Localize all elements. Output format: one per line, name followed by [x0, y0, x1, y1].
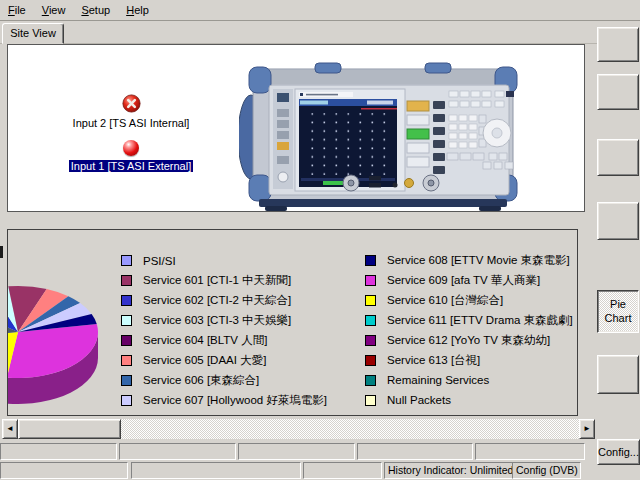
config-status-cell: Config (DVB) — [512, 462, 581, 479]
status-cell — [0, 462, 128, 479]
history-indicator-cell: History Indicator: Unlimited — [384, 462, 513, 479]
tab-site-view[interactable]: Site View — [2, 23, 64, 44]
legend-color-swatch — [365, 375, 376, 386]
site-view-panel: Input 2 [TS ASI Internal] Input 1 [TS AS… — [7, 44, 585, 212]
pie-chart-panel: PSI/SIService 601 [CTI-1 中天新聞]Service 60… — [7, 229, 578, 416]
config-button[interactable]: Config... — [597, 439, 640, 465]
pie-chart-button[interactable]: Pie Chart — [597, 290, 639, 333]
menu-item-file[interactable]: File — [8, 4, 26, 16]
status-cell — [119, 443, 236, 460]
scroll-left-button[interactable]: ◄ — [2, 419, 18, 439]
menu-bar: FileViewSetupHelp — [0, 0, 640, 21]
legend-label: Service 605 [DAAI 大愛] — [143, 353, 266, 368]
legend-label: Service 602 [CTI-2 中天綜合] — [143, 293, 291, 308]
menu-item-setup[interactable]: Setup — [81, 4, 110, 16]
pie-chart — [8, 282, 118, 412]
side-button-4[interactable] — [597, 202, 639, 240]
legend-color-swatch — [365, 315, 376, 326]
application-window: FileViewSetupHelp Site View — [0, 0, 640, 480]
scroll-right-button[interactable]: ► — [579, 419, 595, 439]
legend-label: Service 613 [台視] — [387, 353, 480, 368]
legend-color-swatch — [121, 395, 132, 406]
status-cell — [475, 443, 585, 460]
instrument-image — [239, 61, 523, 211]
input-node-1[interactable]: Input 1 [TS ASI External] — [48, 140, 214, 172]
legend-color-swatch — [121, 355, 132, 366]
legend-color-swatch — [365, 295, 376, 306]
legend-color-swatch — [121, 335, 132, 346]
legend-color-swatch — [365, 395, 376, 406]
legend-label: Null Packets — [387, 394, 451, 406]
legend-color-swatch — [365, 355, 376, 366]
legend-label: Service 607 [Hollywood 好萊塢電影] — [143, 393, 327, 408]
legend-item: Service 605 [DAAI 大愛] — [121, 350, 327, 370]
status-cell — [0, 443, 117, 460]
legend-item: Null Packets — [365, 390, 573, 410]
legend-label: Service 609 [afa TV 華人商業] — [387, 273, 540, 288]
legend-color-swatch — [365, 335, 376, 346]
legend-color-swatch — [365, 275, 376, 286]
legend-item: Service 609 [afa TV 華人商業] — [365, 271, 573, 291]
clipped-edge-artifact — [0, 246, 3, 258]
legend-item: PSI/SI — [121, 251, 327, 271]
legend-color-swatch — [121, 295, 132, 306]
tab-site-view-label: Site View — [10, 27, 56, 39]
scrollbar-thumb[interactable] — [18, 419, 121, 439]
legend-label: Service 601 [CTI-1 中天新聞] — [143, 273, 291, 288]
status-cell — [131, 462, 301, 479]
legend-label: Service 612 [YoYo TV 東森幼幼] — [387, 333, 550, 348]
input-node-2[interactable]: Input 2 [TS ASI Internal] — [48, 94, 214, 129]
constellation-grid — [305, 113, 393, 175]
legend-color-swatch — [365, 255, 376, 266]
legend-color-swatch — [121, 375, 132, 386]
legend-color-swatch — [121, 275, 132, 286]
legend-label: Service 608 [ETTV Movie 東森電影] — [387, 253, 570, 268]
error-status-icon — [122, 94, 141, 115]
legend-item: Service 606 [東森綜合] — [121, 370, 327, 390]
side-button-2[interactable] — [597, 74, 639, 110]
legend-label: Service 610 [台灣綜合] — [387, 293, 503, 308]
legend-label: Service 604 [BLTV 人間] — [143, 333, 267, 348]
sma-connector — [405, 179, 414, 188]
status-cell — [238, 443, 355, 460]
legend-item: Service 608 [ETTV Movie 東森電影] — [365, 251, 573, 271]
input-1-label: Input 1 [TS ASI External] — [69, 160, 193, 172]
legend-label: PSI/SI — [143, 255, 176, 267]
input-2-label: Input 2 [TS ASI Internal] — [71, 117, 192, 129]
legend-column-right: Service 608 [ETTV Movie 東森電影]Service 609… — [365, 251, 573, 410]
legend-item: Remaining Services — [365, 370, 573, 390]
status-cell — [357, 443, 473, 460]
legend-item: Service 601 [CTI-1 中天新聞] — [121, 271, 327, 291]
side-button-3[interactable] — [597, 139, 639, 176]
legend-color-swatch — [121, 315, 132, 326]
legend-item: Service 602 [CTI-2 中天綜合] — [121, 291, 327, 311]
ok-status-icon — [123, 140, 139, 156]
horizontal-scrollbar[interactable]: ◄ ► — [2, 419, 595, 439]
legend-item: Service 603 [CTI-3 中天娛樂] — [121, 311, 327, 331]
legend-item: Service 612 [YoYo TV 東森幼幼] — [365, 331, 573, 351]
legend-color-swatch — [121, 255, 132, 266]
tab-strip: Site View — [0, 22, 597, 44]
legend-label: Remaining Services — [387, 374, 489, 386]
legend-item: Service 604 [BLTV 人間] — [121, 331, 327, 351]
legend-item: Service 610 [台灣綜合] — [365, 291, 573, 311]
legend-item: Service 611 [ETTV Drama 東森戲劇] — [365, 311, 573, 331]
status-cell — [303, 462, 382, 479]
legend-label: Service 603 [CTI-3 中天娛樂] — [143, 313, 291, 328]
legend-item: Service 613 [台視] — [365, 350, 573, 370]
side-button-6[interactable] — [597, 355, 639, 394]
legend-column-left: PSI/SIService 601 [CTI-1 中天新聞]Service 60… — [121, 251, 327, 410]
legend-label: Service 606 [東森綜合] — [143, 373, 259, 388]
legend-label: Service 611 [ETTV Drama 東森戲劇] — [387, 313, 573, 328]
legend-item: Service 607 [Hollywood 好萊塢電影] — [121, 390, 327, 410]
menu-item-view[interactable]: View — [42, 4, 66, 16]
menu-item-help[interactable]: Help — [126, 4, 149, 16]
side-button-1[interactable] — [597, 27, 639, 62]
